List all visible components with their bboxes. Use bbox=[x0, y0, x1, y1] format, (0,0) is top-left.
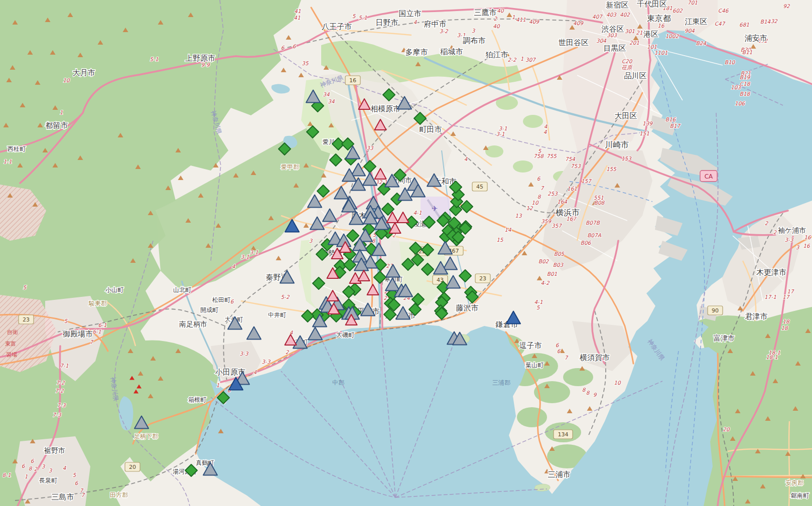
city-label: 東京都 bbox=[647, 14, 671, 23]
road-number: 16 bbox=[657, 23, 665, 29]
road-number: 402 bbox=[620, 12, 630, 18]
city-label: 箱根町 bbox=[188, 396, 207, 403]
city-label: 富津市 bbox=[714, 334, 735, 342]
road-number: 6-1 bbox=[92, 328, 101, 334]
city-label: 山北町 bbox=[173, 286, 192, 293]
road-number: 18 bbox=[781, 325, 788, 331]
city-label: 狛江市 bbox=[486, 50, 508, 59]
road-number: 20 bbox=[723, 426, 730, 432]
military-area-label: 東富 bbox=[5, 341, 16, 347]
road-number: 33 bbox=[366, 145, 374, 151]
road-number: 409 bbox=[529, 19, 539, 25]
city-label: 三浦市 bbox=[548, 470, 571, 479]
road-number: 17 bbox=[782, 294, 790, 300]
road-number: 904 bbox=[685, 28, 695, 34]
city-label: 鋸南町 bbox=[791, 492, 809, 499]
road-number: 34 bbox=[323, 91, 330, 97]
city-label: 港区 bbox=[643, 30, 658, 39]
road-number: 12 bbox=[526, 205, 533, 211]
city-label: 三鷹市 bbox=[474, 8, 497, 17]
road-number: 403 bbox=[606, 12, 617, 18]
map-canvas[interactable]: 414155-143-23-132140404114092-2130766351… bbox=[0, 0, 812, 506]
route-shield-number: 16 bbox=[349, 77, 356, 84]
road-number: 4 bbox=[232, 263, 235, 269]
road-number: C47 bbox=[715, 21, 726, 27]
city-label: 都留市 bbox=[46, 121, 68, 130]
road-number: 151 bbox=[639, 130, 649, 136]
road-number: 16 bbox=[803, 243, 810, 249]
city-label: 相模原市 bbox=[370, 104, 400, 113]
road-number: 4 bbox=[464, 156, 468, 162]
jogashima-island bbox=[534, 484, 550, 491]
city-label: 新宿区 bbox=[606, 1, 629, 10]
city-label: 君津市 bbox=[745, 312, 768, 321]
city-label: 大田区 bbox=[615, 111, 637, 120]
city-label: 調布市 bbox=[463, 36, 486, 45]
road-number: 357 bbox=[552, 223, 562, 229]
road-number: C46 bbox=[718, 8, 729, 14]
city-label: 府中市 bbox=[424, 20, 447, 29]
road-number: B08 bbox=[594, 200, 605, 206]
road-number: C18 bbox=[740, 81, 751, 87]
city-label: 横須賀市 bbox=[580, 353, 610, 362]
road-number: 17-1 bbox=[764, 294, 776, 300]
road-number: 157 bbox=[581, 178, 592, 184]
road-number: 153 bbox=[621, 155, 632, 161]
city-label: 木更津市 bbox=[756, 268, 786, 277]
road-number: 21 bbox=[636, 30, 642, 36]
road-number: 92 bbox=[783, 3, 790, 9]
military-area-label: 自衛 bbox=[7, 329, 18, 335]
road-number: 18-1 bbox=[766, 354, 778, 360]
map-svg[interactable]: 414155-143-23-132140404114092-2130766351… bbox=[0, 0, 812, 506]
city-label: 長泉町 bbox=[39, 477, 58, 484]
city-label: 南足柄市 bbox=[179, 320, 207, 328]
city-label: 西桂町 bbox=[8, 145, 26, 152]
city-label: 袖ケ浦市 bbox=[778, 226, 806, 234]
road-number: 2-2 bbox=[507, 57, 516, 63]
road-number: B14 bbox=[760, 19, 771, 25]
road-number: 755 bbox=[547, 153, 557, 159]
city-label: 裾野市 bbox=[44, 446, 65, 454]
water-label: 中郡 bbox=[332, 379, 344, 386]
road-number: C20 bbox=[622, 58, 633, 64]
road-number: 14 bbox=[504, 227, 511, 233]
road-number: 3-1 bbox=[496, 131, 504, 137]
road-number: 34 bbox=[328, 98, 335, 104]
road-number: 754 bbox=[565, 156, 575, 162]
military-area-label: 習場 bbox=[6, 352, 17, 358]
road-number: 35 bbox=[302, 60, 309, 66]
road-number: 1 bbox=[520, 56, 524, 62]
road-number: 753 bbox=[571, 163, 581, 169]
route-shield-number: 45 bbox=[476, 184, 483, 190]
city-label: 御殿場市 bbox=[63, 329, 93, 339]
city-label: 多摩市 bbox=[405, 48, 428, 57]
road-number: B18 bbox=[740, 91, 751, 97]
city-label: 藤沢市 bbox=[456, 303, 479, 312]
road-number: 荏原 bbox=[622, 64, 634, 70]
county-label: 駿東郡 bbox=[88, 300, 107, 307]
road-number: 3-3 bbox=[784, 237, 793, 243]
city-label: 葉山町 bbox=[525, 362, 544, 369]
city-label: 大月市 bbox=[73, 68, 95, 77]
aqualine-shield-text: CA bbox=[705, 173, 713, 180]
road-number: 201 bbox=[629, 40, 639, 46]
city-label: 逗子市 bbox=[519, 341, 542, 350]
road-number: 7-3 bbox=[57, 402, 66, 408]
county-label: 愛甲郡 bbox=[281, 163, 299, 171]
city-label: 松田町 bbox=[212, 296, 231, 303]
road-number: 5-1 bbox=[150, 56, 158, 62]
airplane-icon: ✈ bbox=[432, 204, 438, 213]
road-number: 4-2 bbox=[540, 280, 550, 286]
city-label: 日野市 bbox=[376, 18, 398, 27]
road-number: 602 bbox=[672, 8, 683, 14]
county-label: 安房郡 bbox=[785, 479, 803, 486]
route-shield-number: 23 bbox=[479, 275, 486, 282]
road-number: B03 bbox=[553, 262, 564, 268]
water-label: 三浦郡 bbox=[492, 379, 510, 386]
road-number: B11 bbox=[742, 49, 753, 55]
road-number: 1-1 bbox=[3, 158, 12, 164]
road-number: 10 bbox=[63, 77, 70, 83]
road-number: 101 bbox=[647, 44, 657, 50]
city-label: 八王子市 bbox=[322, 22, 352, 31]
road-number: 106 bbox=[735, 100, 745, 106]
